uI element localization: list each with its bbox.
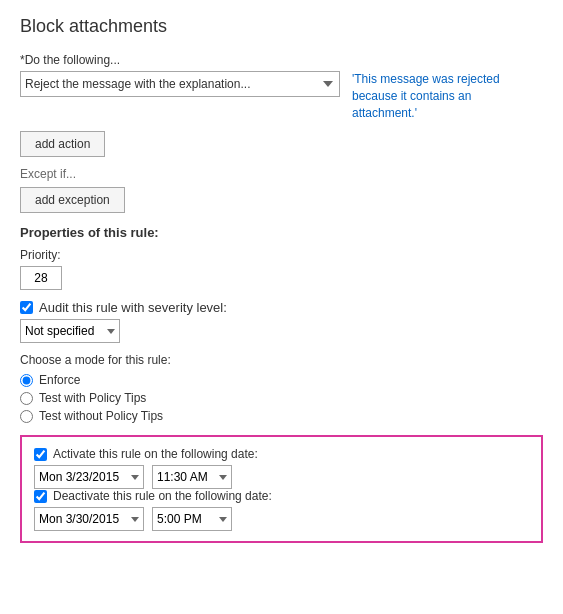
deactivate-time-select[interactable]: 5:00 PM xyxy=(152,507,232,531)
deactivate-check-label: Deactivate this rule on the following da… xyxy=(53,489,272,503)
deactivate-date-select[interactable]: Mon 3/30/2015 xyxy=(34,507,144,531)
audit-label: Audit this rule with severity level: xyxy=(39,300,227,315)
mode-enforce-label: Enforce xyxy=(39,373,80,387)
mode-label: Choose a mode for this rule: xyxy=(20,353,543,367)
properties-title: Properties of this rule: xyxy=(20,225,543,240)
mode-policy-tips-radio[interactable] xyxy=(20,392,33,405)
page-title: Block attachments xyxy=(20,16,543,37)
activate-time-select[interactable]: 11:30 AM xyxy=(152,465,232,489)
priority-label: Priority: xyxy=(20,248,543,262)
do-following-label: *Do the following... xyxy=(20,53,543,67)
activate-check-label: Activate this rule on the following date… xyxy=(53,447,258,461)
audit-checkbox[interactable] xyxy=(20,301,33,314)
except-if-label: Except if... xyxy=(20,167,543,181)
mode-enforce-radio[interactable] xyxy=(20,374,33,387)
audit-severity-select[interactable]: Not specified Low Medium High xyxy=(20,319,120,343)
date-section: Activate this rule on the following date… xyxy=(20,435,543,543)
add-action-button[interactable]: add action xyxy=(20,131,105,157)
priority-input[interactable] xyxy=(20,266,62,290)
deactivate-checkbox[interactable] xyxy=(34,490,47,503)
action-select[interactable]: Reject the message with the explanation.… xyxy=(20,71,340,97)
add-exception-button[interactable]: add exception xyxy=(20,187,125,213)
activate-checkbox[interactable] xyxy=(34,448,47,461)
activate-date-select[interactable]: Mon 3/23/2015 xyxy=(34,465,144,489)
rejection-message-link[interactable]: 'This message was rejected because it co… xyxy=(352,71,512,121)
mode-policy-tips-label: Test with Policy Tips xyxy=(39,391,146,405)
mode-no-policy-tips-label: Test without Policy Tips xyxy=(39,409,163,423)
mode-no-policy-tips-radio[interactable] xyxy=(20,410,33,423)
